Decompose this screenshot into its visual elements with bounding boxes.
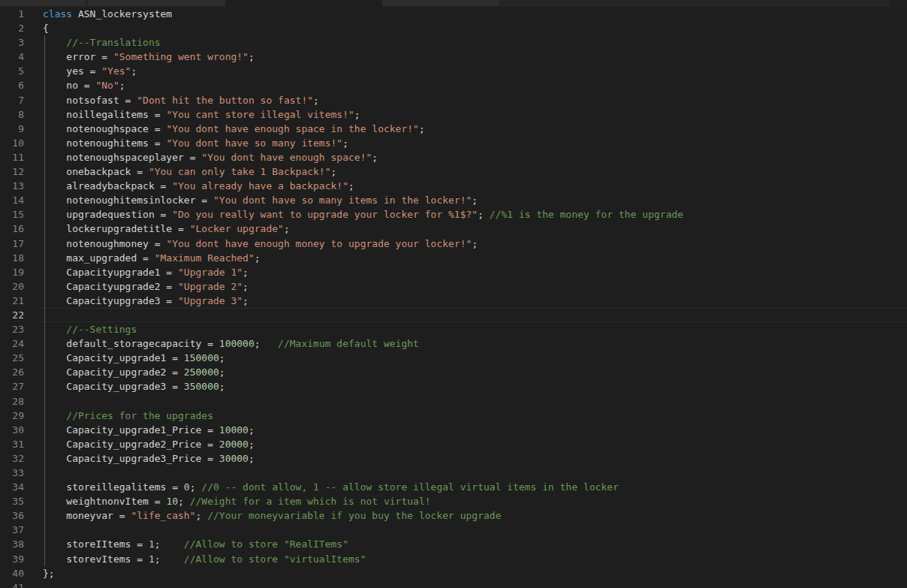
code-line[interactable]: 10 notenoughitems = "You dont have so ma…	[0, 136, 907, 150]
code-line[interactable]: 39 storevItems = 1; //Allow to store "vi…	[0, 552, 907, 566]
code-line-text[interactable]: noillegalitems = "You cant store illegal…	[43, 107, 360, 122]
code-line[interactable]: 29 //Prices for the upgrades	[0, 409, 907, 423]
token-c: //Your moneyvariable if you buy the lock…	[207, 510, 501, 521]
code-line[interactable]: 17 notenoughmoney = "You dont have enoug…	[0, 237, 907, 251]
tab-2[interactable]	[88, 0, 225, 6]
code-line-text[interactable]: yes = "Yes";	[43, 64, 137, 78]
tab-1[interactable]	[0, 0, 85, 6]
token-s: "No"	[95, 80, 119, 91]
code-line[interactable]: 24 default_storagecapacity = 100000; //M…	[0, 336, 907, 351]
code-line-text[interactable]: notenoughspace = "You dont have enough s…	[43, 122, 425, 136]
code-line-text[interactable]: storevItems = 1; //Allow to store "virtu…	[43, 552, 366, 566]
code-line-text[interactable]: max_upgraded = "Maximum Reached";	[43, 251, 261, 265]
token-p: notenoughspace =	[43, 123, 166, 134]
code-line[interactable]: 4 error = "Something went wrong!";	[0, 50, 907, 64]
code-line[interactable]: 18 max_upgraded = "Maximum Reached";	[0, 251, 907, 265]
code-line-text[interactable]: moneyvar = "life_cash"; //Your moneyvari…	[43, 508, 502, 523]
code-line[interactable]: 6 no = "No";	[0, 78, 907, 92]
code-line-text[interactable]: };	[43, 566, 55, 580]
code-line[interactable]: 16 lockerupgradetitle = "Locker upgrade"…	[0, 222, 907, 236]
code-line-text[interactable]: notenoughspaceplayer = "You dont have en…	[43, 150, 378, 164]
token-p: notenoughitemsinlocker =	[43, 194, 213, 206]
code-line[interactable]: 20 Capacityupgrade2 = "Upgrade 2";	[0, 279, 907, 294]
code-line[interactable]: 28	[0, 394, 907, 409]
code-line[interactable]: 40};	[0, 566, 907, 580]
code-line-text[interactable]: Capacityupgrade1 = "Upgrade 1";	[43, 265, 249, 279]
code-line[interactable]: 12 onebackpack = "You can only take 1 Ba…	[0, 164, 907, 179]
code-line[interactable]: 32 Capacity_upgrade3_Price = 30000;	[0, 451, 907, 466]
code-line[interactable]: 9 notenoughspace = "You dont have enough…	[0, 122, 907, 136]
code-line[interactable]: 36 moneyvar = "life_cash"; //Your moneyv…	[0, 508, 907, 523]
code-line-text[interactable]: Capacity_upgrade3_Price = 30000;	[43, 451, 255, 466]
code-line[interactable]: 26 Capacity_upgrade2 = 250000;	[0, 365, 907, 379]
code-line-text[interactable]: notenoughmoney = "You dont have enough m…	[43, 237, 478, 251]
code-line[interactable]: 37	[0, 523, 907, 537]
token-p: Capacity_upgrade1_Price =	[43, 424, 219, 436]
code-line-text[interactable]: Capacity_upgrade2_Price = 20000;	[43, 437, 255, 451]
code-line[interactable]: 31 Capacity_upgrade2_Price = 20000;	[0, 437, 907, 451]
code-line-text[interactable]: Capacityupgrade2 = "Upgrade 2";	[43, 279, 249, 294]
code-line-text[interactable]: error = "Something went wrong!";	[43, 50, 255, 64]
code-line[interactable]: 3 //--Translations	[0, 35, 907, 50]
code-line[interactable]: 23 //--Settings	[0, 322, 907, 336]
line-number: 37	[0, 523, 24, 537]
code-line[interactable]: 33	[0, 466, 907, 480]
token-p: ;	[249, 439, 255, 450]
code-line-text[interactable]: notsofast = "Dont hit the button so fast…	[43, 93, 319, 107]
code-line[interactable]: 13 alreadybackpack = "You already have a…	[0, 179, 907, 193]
code-line-text[interactable]: onebackpack = "You can only take 1 Backp…	[43, 164, 336, 179]
code-line-text[interactable]: alreadybackpack = "You already have a ba…	[43, 179, 354, 193]
code-line[interactable]: 15 upgradequestion = "Do you really want…	[0, 207, 907, 222]
code-line-text[interactable]: {	[43, 21, 49, 35]
code-line-text[interactable]: notenoughitems = "You dont have so many …	[43, 136, 348, 150]
code-line-text[interactable]: Capacity_upgrade1_Price = 10000;	[43, 423, 255, 437]
code-line[interactable]: 1class ASN_lockersystem	[0, 7, 907, 21]
code-line[interactable]: 21 Capacityupgrade3 = "Upgrade 3";	[0, 294, 907, 308]
code-line[interactable]: 7 notsofast = "Dont hit the button so fa…	[0, 93, 907, 107]
line-number: 8	[0, 107, 24, 122]
code-line[interactable]: 25 Capacity_upgrade1 = 150000;	[0, 351, 907, 365]
code-line[interactable]: 22	[0, 308, 907, 322]
token-p: ;	[249, 424, 255, 436]
code-line[interactable]: 8 noillegalitems = "You cant store illeg…	[0, 107, 907, 122]
token-p: Capacity_upgrade2 =	[43, 366, 184, 378]
code-line[interactable]: 30 Capacity_upgrade1_Price = 10000;	[0, 423, 907, 437]
code-line-text[interactable]: upgradequestion = "Do you really want to…	[43, 207, 683, 222]
tab-3-active[interactable]	[225, 0, 381, 7]
code-line[interactable]: 5 yes = "Yes";	[0, 64, 907, 78]
token-n: 150000	[184, 352, 219, 363]
code-line-text[interactable]: storeIItems = 1; //Allow to store "RealI…	[43, 537, 348, 551]
line-number: 28	[0, 394, 24, 409]
line-number: 14	[0, 193, 24, 207]
code-line-text[interactable]: Capacity_upgrade1 = 150000;	[43, 351, 225, 365]
code-line[interactable]: 14 notenoughitemsinlocker = "You dont ha…	[0, 193, 907, 207]
code-line[interactable]: 35 weightnonvItem = 10; //Weight for a i…	[0, 494, 907, 508]
code-line[interactable]: 11 notenoughspaceplayer = "You dont have…	[0, 150, 907, 164]
token-n: 100000	[219, 338, 255, 349]
code-line-text[interactable]: no = "No";	[43, 78, 125, 92]
code-line[interactable]: 34 storeillegalitems = 0; //0 -- dont al…	[0, 480, 907, 494]
code-line-text[interactable]: //--Settings	[43, 322, 137, 336]
code-line-text[interactable]: class ASN_lockersystem	[43, 7, 172, 21]
code-line[interactable]: 41	[0, 580, 907, 588]
code-line-text[interactable]: notenoughitemsinlocker = "You dont have …	[43, 193, 478, 207]
code-line-text[interactable]: Capacity_upgrade2 = 250000;	[43, 365, 225, 379]
code-line[interactable]: 38 storeIItems = 1; //Allow to store "Re…	[0, 537, 907, 551]
code-line-text[interactable]: //Prices for the upgrades	[43, 409, 213, 423]
token-p: };	[43, 568, 55, 579]
code-line-text[interactable]: lockerupgradetitle = "Locker upgrade";	[43, 222, 290, 236]
code-lines: 1class ASN_lockersystem2{3 //--Translati…	[0, 7, 907, 588]
code-line-text[interactable]: weightnonvItem = 10; //Weight for a item…	[43, 494, 431, 508]
token-s: "You already have a backpack!"	[172, 180, 348, 191]
tab-4[interactable]	[383, 0, 499, 6]
editor[interactable]: 1class ASN_lockersystem2{3 //--Translati…	[0, 7, 907, 588]
code-line-text[interactable]: default_storagecapacity = 100000; //Maxi…	[43, 336, 419, 351]
code-line-text[interactable]: Capacity_upgrade3 = 350000;	[43, 379, 225, 394]
code-line[interactable]: 27 Capacity_upgrade3 = 350000;	[0, 379, 907, 394]
token-p: ;	[178, 496, 190, 507]
code-line[interactable]: 2{	[0, 21, 907, 35]
code-line-text[interactable]: storeillegalitems = 0; //0 -- dont allow…	[43, 480, 619, 494]
code-line-text[interactable]: Capacityupgrade3 = "Upgrade 3";	[43, 294, 249, 308]
code-line-text[interactable]: //--Translations	[43, 35, 161, 50]
code-line[interactable]: 19 Capacityupgrade1 = "Upgrade 1";	[0, 265, 907, 279]
